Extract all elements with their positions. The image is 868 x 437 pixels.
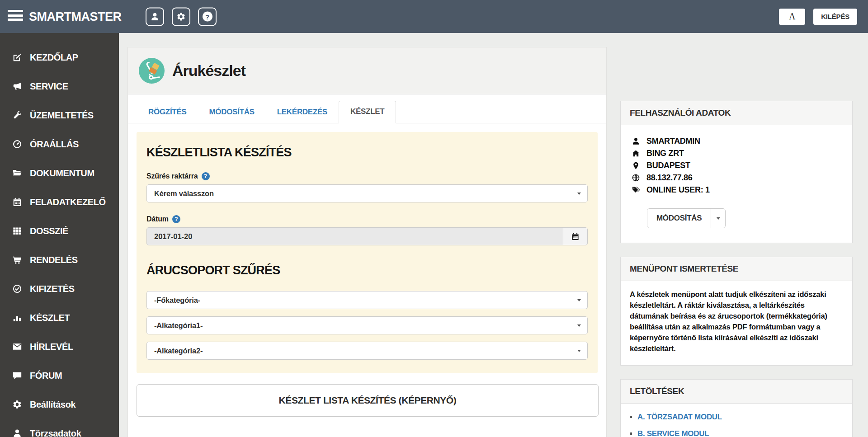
download-link-service[interactable]: B. SERVICE MODUL [630, 429, 843, 437]
info-text: A készletek menüpont alatt tudjuk elkész… [630, 289, 843, 354]
subcategory2-select[interactable]: -Alkategória2- [146, 342, 588, 360]
hamburger-menu-icon[interactable] [8, 10, 23, 23]
date-label: Dátum [146, 215, 169, 223]
bullet-icon [630, 432, 632, 435]
sidebar-item-oraallas[interactable]: ÓRAÁLLÁS [0, 130, 119, 159]
sidebar-item-beallitasok[interactable]: Beállítások [0, 390, 119, 419]
modify-button[interactable]: MÓDOSÍTÁS [647, 209, 711, 228]
globe-icon [632, 174, 640, 182]
top-navbar: SMARTMASTER ? A KILÉPÉS [0, 0, 868, 33]
wrench-icon [12, 110, 22, 120]
date-help-icon[interactable]: ? [172, 215, 180, 223]
modify-split-button: MÓDOSÍTÁS [647, 208, 726, 228]
home-icon [632, 149, 640, 158]
user-row-ip: 88.132.77.86 [632, 172, 841, 184]
downloads-panel: LETÖLTÉSEK A. TÖRZSADAT MODUL B. SERVICE… [620, 379, 853, 437]
tab-keszlet[interactable]: KÉSZLET [339, 101, 396, 123]
warehouse-label: Szűrés raktárra [146, 172, 198, 180]
handtruck-icon [139, 58, 165, 84]
question-icon: ? [203, 12, 212, 22]
user-row-city: BUDAPEST [632, 160, 841, 172]
bullet-icon [630, 416, 632, 418]
chevron-down-icon [717, 217, 720, 220]
calendar-icon [12, 197, 22, 207]
form-heading: KÉSZLETLISTA KÉSZÍTÉS [146, 146, 588, 160]
comment-icon [12, 371, 22, 381]
modify-caret-button[interactable] [711, 209, 725, 228]
sidebar-item-dosszie[interactable]: DOSSZIÉ [0, 216, 119, 245]
navbar-icon-buttons: ? [146, 7, 217, 26]
sidebar-item-service[interactable]: SERVICE [0, 72, 119, 101]
settings-button[interactable] [172, 7, 190, 26]
sidebar-item-keszlet[interactable]: KÉSZLET [0, 303, 119, 332]
page-header: Árukészlet [128, 47, 606, 94]
sidebar-menu: KEZDŐLAP SERVICE ÜZEMELTETÉS ÓRAÁLLÁS DO… [0, 33, 119, 437]
envelope-icon [12, 342, 22, 352]
main-category-select[interactable]: -Főkategória- [146, 291, 588, 309]
sidebar-item-kezdolap[interactable]: KEZDŐLAP [0, 43, 119, 72]
chevron-down-icon [577, 324, 581, 327]
user-icon [150, 12, 160, 21]
date-input[interactable]: 2017-01-20 [146, 227, 563, 245]
sidebar-item-torzsadatok[interactable]: Törzsadatok [0, 419, 119, 437]
user-icon [632, 137, 640, 146]
brand-logo[interactable]: SMARTMASTER [29, 9, 122, 23]
sidebar-item-forum[interactable]: FÓRUM [0, 361, 119, 390]
screen-list-button[interactable]: KÉSZLET LISTA KÉSZÍTÉS (KÉPERNYŐ) [137, 384, 599, 417]
chevron-down-icon [577, 193, 581, 195]
tab-rogzites[interactable]: RÖGZÍTÉS [137, 102, 198, 123]
chevron-down-icon [577, 350, 581, 352]
page-title: Árukészlet [172, 62, 245, 80]
tags-icon [632, 186, 640, 194]
warehouse-select[interactable]: Kérem válasszon [146, 184, 588, 202]
tab-lekerdezes[interactable]: LEKÉRDEZÉS [266, 102, 339, 123]
gear-icon [176, 12, 186, 21]
tab-modositas[interactable]: MÓDOSÍTÁS [198, 102, 266, 123]
user-row-company: BING ZRT [632, 147, 841, 160]
warehouse-help-icon[interactable]: ? [202, 172, 210, 180]
logout-button[interactable]: KILÉPÉS [813, 9, 857, 25]
font-size-button[interactable]: A [779, 9, 805, 25]
bullhorn-icon [12, 81, 22, 91]
download-link-torzsadat[interactable]: A. TÖRZSADAT MODUL [630, 413, 843, 422]
user-icon [12, 428, 22, 437]
calendar-icon [571, 232, 580, 241]
stock-list-form-panel: KÉSZLETLISTA KÉSZÍTÉS Szűrés raktárra ? … [137, 132, 598, 373]
navbar-right-group: A KILÉPÉS [779, 9, 857, 25]
info-panel-title: MENÜPONT ISMERTETÉSE [621, 257, 852, 281]
calendar-addon-button[interactable] [563, 227, 588, 245]
tachometer-icon [12, 139, 22, 149]
folder-open-icon [12, 168, 22, 178]
grid-icon [12, 226, 22, 236]
sidebar-item-rendeles[interactable]: RENDELÉS [0, 245, 119, 274]
user-row-online: ONLINE USER: 1 [632, 184, 841, 196]
sidebar-item-dokumentum[interactable]: DOKUMENTUM [0, 159, 119, 188]
subcategory1-select[interactable]: -Alkategória1- [146, 316, 588, 334]
help-button[interactable]: ? [198, 7, 217, 26]
edit-icon [12, 52, 22, 62]
bar-chart-icon [12, 313, 22, 323]
map-marker-icon [632, 161, 640, 170]
cart-icon [12, 255, 22, 265]
user-row-username: SMARTADMIN [632, 135, 841, 147]
content-card: Árukészlet RÖGZÍTÉS MÓDOSÍTÁS LEKÉRDEZÉS… [127, 47, 607, 437]
check-circle-icon [12, 284, 22, 294]
chevron-down-icon [577, 299, 581, 301]
user-data-panel: FELHASZNÁLÓI ADATOK SMARTADMIN BING ZRT … [620, 101, 853, 243]
date-input-group: 2017-01-20 [146, 227, 588, 245]
user-panel-title: FELHASZNÁLÓI ADATOK [621, 101, 852, 125]
downloads-panel-title: LETÖLTÉSEK [621, 380, 852, 404]
sidebar-item-kifizetes[interactable]: KIFIZETÉS [0, 274, 119, 303]
right-column: FELHASZNÁLÓI ADATOK SMARTADMIN BING ZRT … [620, 101, 853, 437]
menu-info-panel: MENÜPONT ISMERTETÉSE A készletek menüpon… [620, 257, 853, 366]
gear-icon [12, 399, 22, 409]
user-button[interactable] [146, 7, 164, 26]
sidebar-item-hirlevel[interactable]: HÍRLEVÉL [0, 332, 119, 361]
tab-bar: RÖGZÍTÉS MÓDOSÍTÁS LEKÉRDEZÉS KÉSZLET [128, 94, 606, 123]
category-filter-heading: ÁRUCSOPORT SZŰRÉS [146, 263, 588, 277]
sidebar-item-feladatkezelo[interactable]: FELADATKEZELŐ [0, 188, 119, 216]
sidebar-item-uzemeltetes[interactable]: ÜZEMELTETÉS [0, 101, 119, 130]
sidebar: KEZDŐLAP SERVICE ÜZEMELTETÉS ÓRAÁLLÁS DO… [0, 33, 119, 437]
